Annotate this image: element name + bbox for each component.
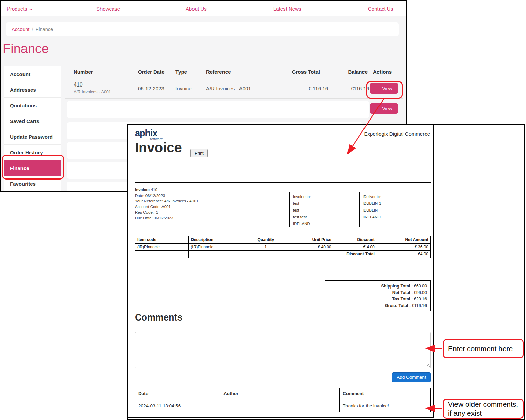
item-unit-price: € 40.00 bbox=[287, 244, 334, 251]
invoice-to-title: Invoice to: bbox=[293, 195, 356, 199]
empty-cell bbox=[135, 251, 189, 258]
items-col-quantity: Quantity bbox=[245, 236, 287, 244]
item-discount: € 4.00 bbox=[334, 244, 377, 251]
items-col-item-code: Item code bbox=[135, 236, 189, 244]
aphix-logo: aphix software bbox=[135, 129, 164, 141]
invoice-totals-box: Shipping Total : €60.00 Net Total : €96.… bbox=[325, 280, 431, 311]
deliver-to-title: Deliver to: bbox=[363, 195, 427, 199]
add-comment-button[interactable]: Add Comment bbox=[392, 372, 431, 382]
sidebar-item-saved-carts[interactable]: Saved Carts bbox=[4, 113, 61, 129]
view-older-callout-line1: View older comments, bbox=[448, 400, 523, 409]
detail-due-date: Due Date: 06/12/2023 bbox=[135, 216, 198, 220]
resize-grip-icon[interactable] bbox=[427, 364, 430, 367]
item-description: (IR)Pinnacle bbox=[189, 244, 245, 251]
invoice-number: 410 bbox=[74, 82, 83, 88]
sidebar-item-addresses[interactable]: Addresses bbox=[4, 82, 61, 98]
invoice-type: Invoice bbox=[175, 85, 192, 91]
comment-input[interactable] bbox=[135, 332, 431, 368]
list-lines-icon bbox=[375, 107, 380, 110]
platform-name: Experlogix Digital Commerce bbox=[364, 131, 430, 137]
item-net-amount: € 36.00 bbox=[377, 244, 430, 251]
col-header-reference: Reference bbox=[206, 69, 231, 75]
items-col-unit-price: Unit Price bbox=[287, 236, 334, 244]
invoice-to-line: test bbox=[293, 201, 356, 205]
items-col-net-amount: Net Amount bbox=[377, 236, 430, 244]
sidebar-item-quotations[interactable]: Quotations bbox=[4, 98, 61, 113]
invoice-number-sub: A/R Invoices - A001 bbox=[74, 90, 111, 94]
view-older-comments-callout: View older comments, if any exist bbox=[443, 399, 524, 419]
comments-table: Date Author Comment 2024-03-11 13:04:56 … bbox=[135, 388, 431, 412]
items-col-description: Description bbox=[189, 236, 245, 244]
detail-account-code: Account Code: A001 bbox=[135, 205, 198, 209]
col-header-balance: Balance bbox=[298, 69, 368, 75]
enter-comment-callout: Enter comment here bbox=[443, 339, 524, 358]
shipping-total: Shipping Total : €60.00 bbox=[328, 283, 427, 290]
comment-row: 2024-03-11 13:04:56 Thanks for the invoi… bbox=[135, 400, 431, 412]
table-divider bbox=[65, 78, 403, 78]
item-code: (IR)Pinnacle bbox=[135, 244, 189, 251]
detail-invoice-number: Invoice: 410 bbox=[135, 188, 198, 192]
items-header-row: Item code Description Quantity Unit Pric… bbox=[135, 236, 431, 244]
view-invoice-button-2[interactable]: View bbox=[370, 103, 398, 114]
items-footer-row: Discount Total €4.00 bbox=[135, 251, 431, 258]
col-header-type: Type bbox=[175, 69, 187, 75]
enter-comment-callout-text: Enter comment here bbox=[448, 345, 523, 353]
deliver-to-box: Deliver to: DUBLIN 1 DUBLIN IRELAND bbox=[360, 192, 430, 220]
tax-total: Tax Total : €20.16 bbox=[328, 296, 427, 302]
comment-author bbox=[220, 400, 339, 412]
detail-reference: Your Reference: A/R Invoices - A001 bbox=[135, 199, 198, 203]
sidebar-item-account[interactable]: Account bbox=[4, 66, 61, 82]
detail-date: Date: 06/12/2023 bbox=[135, 193, 198, 198]
detail-rep-code: Rep Code: -1 bbox=[135, 210, 198, 214]
col-header-number: Number bbox=[74, 69, 93, 75]
invoice-divider bbox=[135, 182, 431, 183]
item-quantity: 1 bbox=[245, 244, 287, 251]
deliver-to-line: DUBLIN 1 bbox=[363, 201, 427, 205]
comments-col-date: Date bbox=[135, 388, 220, 400]
view-older-callout-line2: if any exist bbox=[448, 409, 523, 418]
comment-text: Thanks for the invoice! bbox=[339, 400, 431, 412]
breadcrumb-separator: / bbox=[32, 27, 33, 32]
view-button-highlight-annotation bbox=[366, 81, 403, 99]
nav-products[interactable]: Products bbox=[7, 1, 33, 16]
invoice-document: aphix software Experlogix Digital Commer… bbox=[128, 125, 434, 418]
nav-latest-news[interactable]: Latest News bbox=[273, 1, 301, 16]
print-button[interactable]: Print bbox=[190, 149, 208, 157]
invoice-to-line: test test bbox=[293, 215, 356, 219]
nav-showcase[interactable]: Showcase bbox=[96, 1, 120, 16]
sidebar-item-update-password[interactable]: Update Password bbox=[4, 129, 61, 145]
discount-total-value: €4.00 bbox=[377, 251, 430, 258]
breadcrumb: Account / Finance bbox=[6, 22, 399, 36]
col-header-order-date: Order Date bbox=[138, 69, 165, 75]
invoice-items-table: Item code Description Quantity Unit Pric… bbox=[135, 236, 431, 258]
table-row bbox=[67, 101, 369, 118]
items-col-discount: Discount bbox=[334, 236, 377, 244]
chevron-up-icon bbox=[29, 1, 33, 16]
aphix-logo-text: aphix bbox=[135, 129, 164, 138]
col-header-actions: Actions bbox=[373, 69, 392, 75]
invoice-balance: €116.16 bbox=[298, 85, 369, 91]
invoice-reference: A/R Invoices - A001 bbox=[206, 85, 251, 91]
breadcrumb-account-link[interactable]: Account bbox=[12, 27, 29, 32]
table-divider bbox=[65, 120, 403, 120]
nav-about-us[interactable]: About Us bbox=[186, 1, 207, 16]
deliver-to-line: IRELAND bbox=[363, 215, 427, 219]
invoice-title: Invoice bbox=[135, 140, 182, 155]
invoice-popup: aphix software Experlogix Digital Commer… bbox=[127, 124, 525, 420]
table-divider bbox=[65, 98, 403, 99]
comments-title: Comments bbox=[135, 312, 183, 323]
comment-date: 2024-03-11 13:04:56 bbox=[135, 400, 220, 412]
invoice-details: Invoice: 410 Date: 06/12/2023 Your Refer… bbox=[135, 188, 198, 221]
invoice-to-line: IRELAND bbox=[293, 222, 356, 226]
comments-col-author: Author bbox=[220, 388, 339, 400]
invoice-to-box: Invoice to: test test test test IRELAND bbox=[289, 192, 360, 227]
nav-products-label: Products bbox=[7, 6, 27, 12]
view-button-label: View bbox=[382, 106, 392, 111]
comments-col-comment: Comment bbox=[339, 388, 431, 400]
finance-highlight-annotation bbox=[2, 155, 64, 180]
nav-contact-us[interactable]: Contact Us bbox=[368, 1, 393, 16]
deliver-to-line: DUBLIN bbox=[363, 208, 427, 212]
top-navbar: Products Showcase About Us Latest News C… bbox=[1, 1, 406, 17]
net-total: Net Total : €96.00 bbox=[328, 290, 427, 296]
invoice-order-date: 06-12-2023 bbox=[138, 85, 164, 91]
